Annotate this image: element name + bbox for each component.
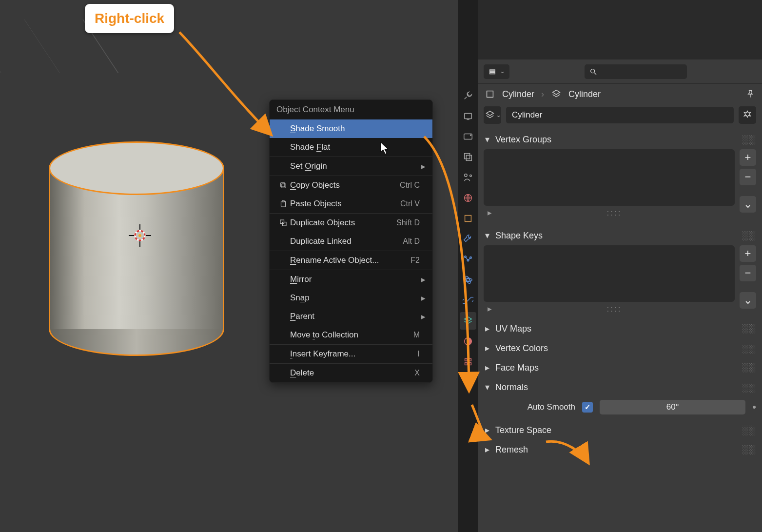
context-menu-item-label: Set Origin — [290, 161, 390, 171]
pin-icon[interactable] — [745, 89, 755, 99]
svg-rect-25 — [280, 220, 284, 224]
fake-user-button[interactable] — [739, 106, 756, 124]
breadcrumb: Cylinder › Cylinder — [478, 84, 762, 104]
material-tab[interactable] — [460, 333, 476, 350]
remesh-header[interactable]: ▸Remesh░░ — [484, 440, 756, 459]
add-shape-key-button[interactable]: + — [740, 245, 756, 262]
context-menu-item[interactable]: Snap▸ — [270, 289, 432, 307]
svg-line-51 — [594, 73, 596, 75]
svg-rect-22 — [281, 183, 285, 187]
context-menu-item[interactable]: Paste ObjectsCtrl V — [270, 195, 432, 213]
auto-smooth-row: Auto Smooth ✓ 60° • — [478, 397, 762, 417]
remove-vertex-group-button[interactable]: − — [740, 169, 756, 185]
mesh-name-field[interactable]: Cylinder — [506, 107, 734, 123]
grip-icon[interactable]: :::: — [607, 208, 622, 218]
viewlayer-tab[interactable] — [460, 148, 476, 166]
context-menu-item[interactable]: DeleteX — [270, 364, 432, 382]
context-menu-item[interactable]: Rename Active Object...F2 — [270, 251, 432, 270]
shape-key-specials-button[interactable]: ⌄ — [740, 292, 756, 309]
svg-rect-26 — [283, 222, 287, 226]
render-tab[interactable] — [460, 128, 476, 145]
constraints-tab[interactable] — [460, 292, 476, 309]
context-menu-item-label: Shade Smooth — [290, 124, 390, 134]
context-menu-item[interactable]: Shade Smooth — [270, 119, 432, 138]
breadcrumb-object[interactable]: Cylinder — [502, 89, 534, 99]
normals-label: Normals — [495, 382, 528, 393]
context-menu-item-label: Snap — [290, 293, 390, 303]
texture-space-header[interactable]: ▸Texture Space░░ — [484, 420, 756, 440]
shape-keys-list[interactable] — [484, 245, 735, 302]
svg-point-50 — [591, 69, 595, 73]
face-maps-header[interactable]: ▸Face Maps░░ — [484, 358, 756, 377]
object-data-tab[interactable] — [460, 312, 476, 330]
svg-rect-48 — [490, 71, 495, 72]
face-maps-label: Face Maps — [495, 363, 539, 373]
grip-icon[interactable]: :::: — [607, 304, 622, 314]
chevron-right-icon: ▸ — [420, 161, 426, 172]
cylinder-object[interactable] — [49, 141, 224, 356]
svg-rect-52 — [487, 91, 493, 98]
auto-smooth-checkbox[interactable]: ✓ — [582, 402, 593, 413]
normals-header[interactable]: ▾Normals░░ — [484, 377, 756, 397]
vertex-groups-list[interactable] — [484, 149, 735, 206]
context-menu-shortcut: Alt D — [390, 237, 420, 246]
context-menu-item[interactable]: Set Origin▸ — [270, 157, 432, 176]
uv-maps-header[interactable]: ▸UV Maps░░ — [484, 319, 756, 338]
vertex-groups-header[interactable]: ▾ Vertex Groups ░░ — [484, 130, 756, 149]
copy-icon — [276, 181, 290, 190]
output-tab[interactable] — [460, 107, 476, 125]
expand-icon[interactable]: ▸ — [488, 304, 492, 314]
add-vertex-group-button[interactable]: + — [740, 149, 756, 166]
texture-tab[interactable] — [460, 353, 476, 371]
context-menu-shortcut: Ctrl V — [390, 199, 420, 208]
context-menu-item-label: Insert Keyframe... — [290, 349, 390, 359]
cursor-3d-icon — [128, 223, 152, 248]
context-menu-item[interactable]: Mirror▸ — [270, 270, 432, 289]
breadcrumb-data[interactable]: Cylinder — [568, 89, 601, 99]
world-tab[interactable] — [460, 189, 476, 207]
shape-keys-label: Shape Keys — [495, 231, 543, 241]
right-click-callout: Right-click — [85, 4, 174, 33]
object-data-properties: ⌄ Cylinder › Cylinder ⌄ Cylinder ▾ — [478, 0, 762, 532]
expand-icon[interactable]: ▸ — [488, 208, 492, 218]
context-menu-item-label: Duplicate Objects — [290, 218, 390, 228]
context-menu-item[interactable]: Parent▸ — [270, 307, 432, 326]
context-menu-item-label: Parent — [290, 312, 390, 321]
context-menu-item-label: Shade Flat — [290, 142, 390, 152]
remesh-label: Remesh — [495, 445, 528, 455]
display-mode-dropdown[interactable]: ⌄ — [484, 64, 509, 79]
drag-handle-icon[interactable]: ░░ — [742, 135, 756, 145]
drag-handle-icon[interactable]: ░░ — [742, 231, 756, 241]
search-icon — [589, 68, 597, 76]
mesh-browse-button[interactable]: ⌄ — [484, 106, 501, 124]
physics-tab[interactable] — [460, 271, 476, 289]
context-menu-item[interactable]: Duplicate LinkedAlt D — [270, 232, 432, 251]
tool-tab[interactable] — [460, 87, 476, 104]
context-menu-item[interactable]: Insert Keyframe...I — [270, 345, 432, 363]
vertex-colors-header[interactable]: ▸Vertex Colors░░ — [484, 338, 756, 358]
svg-rect-27 — [464, 114, 471, 119]
svg-rect-46 — [469, 363, 471, 365]
auto-smooth-angle-field[interactable]: 60° — [600, 400, 745, 414]
context-menu-item[interactable]: Duplicate ObjectsShift D — [270, 214, 432, 232]
scene-tab[interactable] — [460, 169, 476, 186]
context-menu-item-label: Delete — [290, 368, 390, 378]
properties-header: ⌄ — [478, 59, 762, 84]
context-menu-item-label: Copy Objects — [290, 180, 390, 190]
animate-property-button[interactable]: • — [752, 401, 756, 414]
chevron-down-icon: ▾ — [484, 134, 490, 145]
context-menu-item[interactable]: Copy ObjectsCtrl C — [270, 176, 432, 195]
particles-tab[interactable] — [460, 251, 476, 268]
object-context-menu: Object Context Menu Shade SmoothShade Fl… — [269, 99, 433, 383]
context-menu-shortcut: Shift D — [390, 218, 420, 227]
context-menu-item[interactable]: Shade Flat — [270, 138, 432, 157]
svg-point-16 — [138, 234, 141, 237]
shape-keys-header[interactable]: ▾ Shape Keys ░░ — [484, 226, 756, 245]
mesh-data-icon — [551, 89, 562, 99]
context-menu-item[interactable]: Move to CollectionM — [270, 326, 432, 344]
object-tab[interactable] — [460, 210, 476, 227]
remove-shape-key-button[interactable]: − — [740, 265, 756, 281]
properties-search-input[interactable] — [585, 64, 687, 79]
vertex-group-specials-button[interactable]: ⌄ — [740, 196, 756, 213]
modifier-tab[interactable] — [460, 230, 476, 248]
